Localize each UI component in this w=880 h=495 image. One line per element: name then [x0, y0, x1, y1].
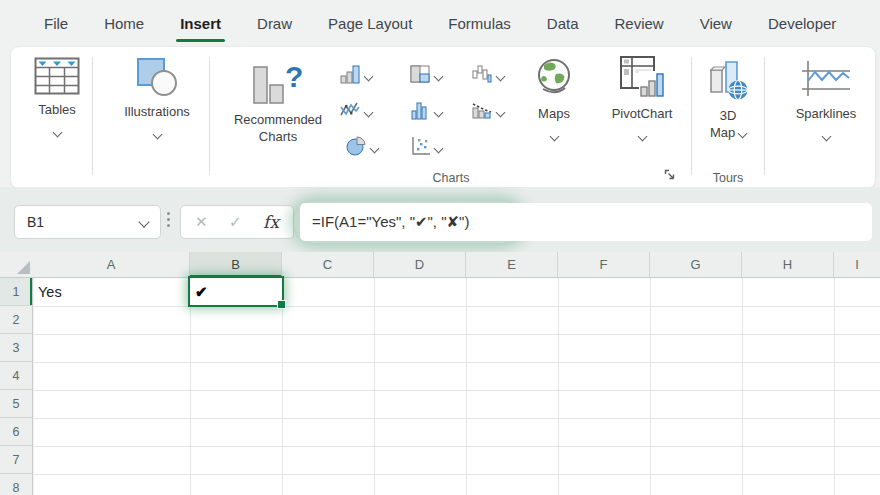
maps-button[interactable]: Maps: [516, 57, 592, 136]
recommended-charts-icon: ?: [215, 59, 341, 105]
cell-a1[interactable]: Yes: [38, 278, 188, 306]
name-box[interactable]: B1: [14, 205, 161, 239]
chevron-down-icon: [370, 143, 380, 153]
column-header-b[interactable]: B: [190, 252, 282, 277]
tab-review[interactable]: Review: [597, 0, 682, 46]
scatter-chart-button[interactable]: [409, 133, 457, 163]
enter-icon[interactable]: ✓: [229, 213, 242, 231]
tab-developer[interactable]: Developer: [750, 0, 854, 46]
sparklines-icon: [779, 59, 873, 99]
3d-map-label-line1: 3D: [697, 108, 759, 123]
row-header-8[interactable]: 8: [0, 474, 32, 495]
row-header-6[interactable]: 6: [0, 418, 32, 446]
gridline: [374, 278, 375, 495]
insert-function-button[interactable]: fx: [263, 212, 279, 232]
chevron-down-icon: [152, 130, 162, 140]
row-header-1[interactable]: 1: [0, 278, 32, 306]
chevron-down-icon: [496, 71, 506, 81]
sparklines-button[interactable]: Sparklines: [779, 59, 873, 136]
tables-button[interactable]: Tables: [15, 57, 99, 132]
column-header-d[interactable]: D: [374, 252, 466, 277]
tab-home[interactable]: Home: [86, 0, 162, 46]
column-header-g[interactable]: G: [650, 252, 742, 277]
tours-group-label: Tours: [697, 171, 759, 185]
pivotchart-button[interactable]: PivotChart: [594, 55, 690, 136]
chevron-down-icon[interactable]: [138, 216, 149, 227]
recommended-charts-label-line2: Charts: [215, 129, 341, 144]
recommended-charts-button[interactable]: ? Recommended Charts: [215, 59, 341, 144]
tab-draw[interactable]: Draw: [239, 0, 310, 46]
column-headers: A B C D E F G H I: [33, 252, 880, 278]
name-box-value: B1: [27, 214, 44, 230]
cancel-icon[interactable]: ✕: [195, 213, 208, 231]
formula-bar-drag-handle: [167, 212, 170, 227]
fill-handle[interactable]: [277, 300, 286, 309]
tab-page-layout[interactable]: Page Layout: [310, 0, 430, 46]
row-header-5[interactable]: 5: [0, 390, 32, 418]
column-header-f[interactable]: F: [558, 252, 650, 277]
excel-window: File Home Insert Draw Page Layout Formul…: [0, 0, 880, 495]
column-header-i[interactable]: I: [834, 252, 880, 277]
line-chart-button[interactable]: [339, 97, 387, 127]
gridline: [282, 278, 283, 495]
group-separator: [691, 57, 692, 175]
gridline: [34, 446, 880, 447]
pivotchart-icon: [594, 55, 690, 99]
gridline: [558, 278, 559, 495]
chevron-down-icon: [821, 132, 831, 142]
charts-dialog-launcher[interactable]: [663, 167, 679, 183]
selected-cell-b1[interactable]: ✔: [188, 276, 284, 307]
row-header-2[interactable]: 2: [0, 306, 32, 334]
chevron-down-icon: [738, 129, 748, 139]
column-header-a[interactable]: A: [33, 252, 190, 277]
line-chart-icon: [339, 99, 361, 125]
column-header-e[interactable]: E: [466, 252, 558, 277]
3d-map-label-line2: Map: [697, 125, 759, 140]
recommended-charts-label-line1: Recommended: [215, 112, 341, 127]
histogram-chart-button[interactable]: [409, 97, 457, 127]
waterfall-chart-button[interactable]: [471, 61, 519, 91]
chevron-down-icon: [434, 143, 444, 153]
illustrations-icon: [107, 57, 207, 97]
gridline: [834, 278, 835, 495]
maps-label: Maps: [516, 106, 592, 121]
tab-insert[interactable]: Insert: [162, 0, 239, 46]
chevron-down-icon: [549, 132, 559, 142]
ribbon-panel: Tables Illustrations ? Recommended Chart…: [10, 46, 876, 189]
illustrations-button[interactable]: Illustrations: [107, 57, 207, 134]
row-header-4[interactable]: 4: [0, 362, 32, 390]
ribbon-tab-bar: File Home Insert Draw Page Layout Formul…: [0, 0, 880, 46]
dialog-launcher-icon: [663, 167, 676, 184]
tab-data[interactable]: Data: [529, 0, 597, 46]
pivotchart-label: PivotChart: [594, 106, 690, 121]
tab-view[interactable]: View: [682, 0, 750, 46]
chevron-down-icon: [52, 128, 62, 138]
formula-input[interactable]: =IF(A1="Yes", "✔", "✘"): [300, 203, 872, 241]
chevron-down-icon: [434, 71, 444, 81]
combo-chart-button[interactable]: [471, 97, 519, 127]
row-header-3[interactable]: 3: [0, 334, 32, 362]
gridline: [34, 334, 880, 335]
tab-file[interactable]: File: [26, 0, 86, 46]
tab-formulas[interactable]: Formulas: [430, 0, 529, 46]
combo-chart-icon: [471, 99, 493, 125]
hierarchy-chart-icon: [409, 63, 431, 89]
column-header-h[interactable]: H: [742, 252, 834, 277]
gridline: [34, 418, 880, 419]
scatter-chart-icon: [409, 135, 431, 161]
sparklines-label: Sparklines: [779, 106, 873, 121]
column-chart-button[interactable]: [339, 61, 387, 91]
hierarchy-chart-button[interactable]: [409, 61, 457, 91]
select-all-corner[interactable]: [0, 252, 34, 278]
gridline: [34, 306, 880, 307]
column-header-c[interactable]: C: [282, 252, 374, 277]
globe-icon: [516, 57, 592, 99]
group-separator: [764, 57, 765, 175]
pie-chart-button[interactable]: [345, 133, 393, 163]
charts-group-label: Charts: [371, 171, 531, 185]
group-separator: [209, 57, 210, 175]
3d-map-button[interactable]: 3D Map: [697, 55, 759, 140]
sheet-area[interactable]: Yes ✔: [34, 278, 880, 495]
svg-text:?: ?: [285, 60, 303, 93]
row-header-7[interactable]: 7: [0, 446, 32, 474]
